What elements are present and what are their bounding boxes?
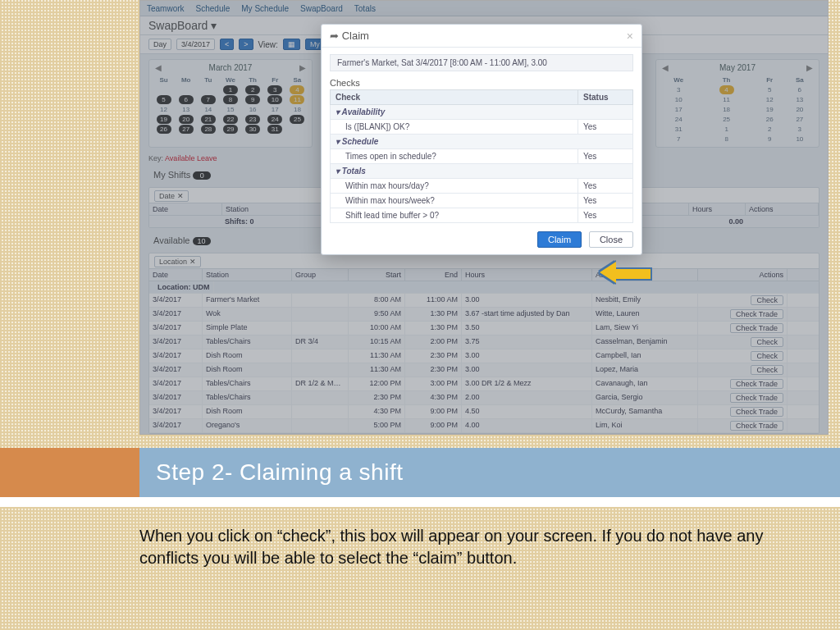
available-location-chip[interactable]: Location ✕ xyxy=(154,256,201,267)
calendar-month-label: May 2017 xyxy=(660,63,815,72)
col-group[interactable]: Group xyxy=(292,269,349,281)
annotation-arrow xyxy=(600,262,649,282)
th-status: Status xyxy=(578,90,633,105)
table-row[interactable]: 3/4/2017Wok9:50 AM1:30 PM3.67 -start tim… xyxy=(149,308,819,322)
calendar-march[interactable]: March 2017 SuMoTuWeThFrSa 1234 567891011… xyxy=(148,59,313,148)
checks-table: CheckStatus ▾ AvailabilityIs ([BLANK]) O… xyxy=(330,89,633,223)
nav-totals[interactable]: Totals xyxy=(354,4,376,13)
claim-modal: Claim× Farmer's Market, Sat 3/4/2017 [8:… xyxy=(321,24,642,255)
col-start[interactable]: Start xyxy=(349,269,405,281)
myshifts-summary: Shifts: 0 xyxy=(221,216,326,227)
app-screenshot: Teamwork Schedule My Schedule SwapBoard … xyxy=(139,0,829,435)
row-action-button[interactable]: Check Trade xyxy=(730,309,783,319)
key-available: Available xyxy=(165,154,194,162)
close-button[interactable]: Close xyxy=(589,231,633,248)
row-action-button[interactable]: Check Trade xyxy=(730,323,783,333)
view-label: View: xyxy=(258,40,278,49)
col-hours[interactable]: Hours xyxy=(689,203,746,215)
group-row[interactable]: Location: UDM xyxy=(149,281,214,293)
table-row[interactable]: 3/4/2017Oregano's5:00 PM9:00 PM4.00Lim, … xyxy=(149,419,819,433)
check-row: Within max hours/week?Yes xyxy=(331,194,633,208)
check-row: Is ([BLANK]) OK?Yes xyxy=(331,120,633,135)
row-action-button[interactable]: Check xyxy=(751,295,783,305)
table-row[interactable]: 3/4/2017Farmer's Market8:00 AM11:00 AM3.… xyxy=(149,294,819,308)
prev-button[interactable]: < xyxy=(220,39,234,50)
table-row[interactable]: 3/4/2017Simple Plate10:00 AM1:30 PM3.50L… xyxy=(149,322,819,336)
date-input[interactable]: 3/4/2017 xyxy=(176,39,215,50)
row-action-button[interactable]: Check Trade xyxy=(730,393,783,403)
period-select[interactable]: Day xyxy=(148,39,171,50)
nav-swapboard[interactable]: SwapBoard xyxy=(300,4,343,13)
close-icon[interactable]: × xyxy=(627,30,633,43)
row-action-button[interactable]: Check Trade xyxy=(730,407,783,417)
myshifts-count-badge: 0 xyxy=(193,171,211,180)
col-actions[interactable]: Actions xyxy=(698,269,788,281)
checks-label: Checks xyxy=(330,78,633,88)
col-hours[interactable]: Hours xyxy=(462,269,592,281)
th-check: Check xyxy=(331,90,578,105)
calendar-month-label: March 2017 xyxy=(153,63,308,72)
table-row[interactable]: 3/4/2017Tables/Chairs2:30 PM4:30 PM2.00G… xyxy=(149,391,819,405)
row-action-button[interactable]: Check xyxy=(751,351,783,361)
check-row: Times open in schedule?Yes xyxy=(331,149,633,164)
table-row[interactable]: 3/4/2017Tables/ChairsDR 1/2 & Mezz12:00 … xyxy=(149,377,819,391)
top-nav: Teamwork Schedule My Schedule SwapBoard … xyxy=(140,1,828,16)
check-row: Within max hours/day?Yes xyxy=(331,179,633,194)
modal-title: Claim xyxy=(342,30,369,42)
table-row[interactable]: 3/4/2017Dish Room11:30 AM2:30 PM3.00Lope… xyxy=(149,363,819,377)
step-caption: When you click on “check”, this box will… xyxy=(139,525,824,569)
col-station[interactable]: Station xyxy=(222,203,328,215)
myshifts-total: 0.00 xyxy=(691,216,746,227)
available-count-badge: 10 xyxy=(193,237,211,245)
check-section: ▾ Schedule xyxy=(331,135,633,149)
col-date[interactable]: Date xyxy=(149,203,222,215)
page-title-text: SwapBoard xyxy=(148,19,208,32)
calendar-may[interactable]: May 2017 WeThFrSa 3456 10111213 17181920… xyxy=(655,59,819,148)
view-grid-button[interactable]: ▦ xyxy=(283,39,300,50)
orange-accent xyxy=(0,448,139,497)
key-leave: Leave xyxy=(197,154,217,162)
next-button[interactable]: > xyxy=(239,39,253,50)
claim-button[interactable]: Claim xyxy=(537,231,582,248)
table-row[interactable]: 3/4/2017Dish Room11:30 AM2:30 PM3.00Camp… xyxy=(149,349,819,363)
col-station[interactable]: Station xyxy=(203,269,292,281)
banner-wrap: Step 2- Claiming a shift xyxy=(0,448,840,507)
step-title: Step 2- Claiming a shift xyxy=(156,459,403,486)
row-action-button[interactable]: Check xyxy=(751,337,783,347)
col-end[interactable]: End xyxy=(405,269,462,281)
nav-teamwork[interactable]: Teamwork xyxy=(147,4,185,13)
col-date[interactable]: Date xyxy=(149,269,203,281)
col-actions[interactable]: Actions xyxy=(746,203,819,215)
table-row[interactable]: 3/4/2017Tables/ChairsDR 3/410:15 AM2:00 … xyxy=(149,336,819,349)
check-section: ▾ Totals xyxy=(331,164,633,179)
key-label: Key: xyxy=(148,154,163,162)
nav-myschedule[interactable]: My Schedule xyxy=(241,4,289,13)
row-action-button[interactable]: Check xyxy=(751,365,783,375)
row-action-button[interactable]: Check Trade xyxy=(730,379,783,389)
nav-schedule[interactable]: Schedule xyxy=(196,4,231,13)
modal-shift-info: Farmer's Market, Sat 3/4/2017 [8:00 AM -… xyxy=(330,54,633,71)
table-row[interactable]: 3/4/2017Dish Room4:30 PM9:00 PM4.50McCur… xyxy=(149,405,819,419)
available-section: Location ✕ Date Station Group Start End … xyxy=(148,253,819,434)
myshifts-date-chip[interactable]: Date ✕ xyxy=(154,190,189,202)
row-action-button[interactable]: Check Trade xyxy=(730,421,783,431)
check-section: ▾ Availability xyxy=(331,105,633,120)
check-row: Shift lead time buffer > 0?Yes xyxy=(331,208,633,223)
